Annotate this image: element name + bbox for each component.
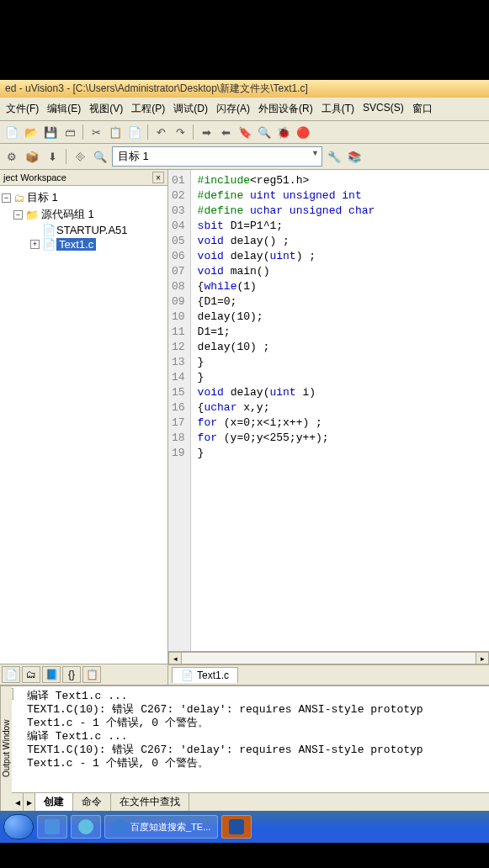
output-window: × Output Window 编译 Text1.c ... TEXT1.C(1… [0, 685, 489, 811]
output-tab-command[interactable]: 命令 [73, 793, 111, 811]
manage-icon[interactable]: 📚 [346, 148, 363, 165]
code-editor[interactable]: 01020304050607080910111213141516171819 #… [168, 170, 489, 651]
menu-window[interactable]: 窗口 [410, 100, 435, 118]
find-icon[interactable]: 🔍 [256, 124, 273, 140]
breakpoint-icon[interactable]: 🔴 [295, 124, 311, 140]
menu-view[interactable]: 视图(V) [87, 100, 125, 118]
stop-build-icon[interactable]: ⬇ [44, 148, 61, 165]
app-icon [45, 819, 60, 834]
toolbar-main: 📄 📂 💾 🗃 ✂ 📋 📄 ↶ ↷ ➡ ⬅ 🔖 🔍 🐞 🔴 [0, 121, 489, 144]
download-icon[interactable]: 🞜 [72, 148, 88, 165]
output-panel-label: Output Window [0, 686, 12, 811]
options-icon[interactable]: 🔧 [326, 148, 343, 165]
project-tree[interactable]: − 🗂 目标 1 − 📁 源代码组 1 📄 STARTUP.A51 + 📄 Te… [0, 186, 167, 664]
collapse-icon[interactable]: − [2, 193, 11, 203]
file-tab-icon: 📄 [181, 670, 194, 681]
workspace-title: ject Workspace [3, 172, 66, 183]
files-tab-icon[interactable]: 📄 [2, 666, 20, 683]
windows-taskbar: 百度知道搜索_TE... [0, 811, 489, 843]
output-tab-find[interactable]: 在文件中查找 [111, 793, 189, 811]
templ-tab-icon[interactable]: 📋 [82, 666, 101, 683]
debug-icon[interactable]: 🐞 [275, 124, 292, 140]
editor-file-tab[interactable]: 📄 Text1.c [172, 667, 238, 683]
workspace-tab-bar: 📄 🗂 📘 {} 📋 [0, 664, 167, 685]
redo-icon[interactable]: ↷ [172, 124, 189, 140]
photo-black-top [0, 0, 489, 80]
ie-icon [112, 819, 127, 834]
undo-icon[interactable]: ↶ [152, 124, 169, 140]
code-content[interactable]: #include<reg51.h>#define uint unsigned i… [191, 170, 489, 651]
taskbar-item-label: 百度知道搜索_TE... [130, 821, 210, 834]
start-button[interactable] [3, 814, 34, 839]
save-all-icon[interactable]: 🗃 [61, 124, 78, 140]
menu-edit[interactable]: 编辑(E) [45, 100, 83, 118]
toolbar-build: ⚙ 📦 ⬇ 🞜 🔍 目标 1 🔧 📚 [0, 144, 489, 170]
menu-tools[interactable]: 工具(T) [319, 100, 357, 118]
regs-tab-icon[interactable]: 🗂 [22, 666, 40, 683]
separator [193, 124, 194, 140]
separator [147, 124, 148, 140]
taskbar-item-ie[interactable]: 百度知道搜索_TE... [104, 815, 218, 839]
line-number-gutter: 01020304050607080910111213141516171819 [168, 170, 191, 651]
func-tab-icon[interactable]: {} [62, 666, 81, 683]
scroll-track[interactable] [182, 652, 476, 664]
editor-tab-bar: 📄 Text1.c [168, 664, 489, 685]
window-title: ed - uVision3 - [C:\Users\Administrator\… [0, 80, 489, 98]
menu-peripherals[interactable]: 外围设备(R) [256, 100, 316, 118]
c-file-icon: 📄 [42, 238, 54, 251]
uvision-icon [229, 819, 244, 834]
menu-flash[interactable]: 闪存(A) [214, 100, 252, 118]
scroll-left-icon[interactable]: ◂ [168, 652, 182, 664]
editor-horizontal-scrollbar[interactable]: ◂ ▸ [168, 651, 489, 664]
tree-group-label: 源代码组 1 [41, 207, 94, 222]
menu-project[interactable]: 工程(P) [129, 100, 167, 118]
books-tab-icon[interactable]: 📘 [42, 666, 61, 683]
tree-target-label: 目标 1 [27, 190, 58, 205]
tree-file-label: STARTUP.A51 [56, 224, 128, 236]
file-tab-label: Text1.c [197, 670, 229, 681]
taskbar-item[interactable] [37, 815, 67, 839]
separator [66, 149, 66, 164]
bookmark-icon[interactable]: 🔖 [237, 124, 253, 140]
cut-icon[interactable]: ✂ [88, 124, 104, 140]
build-icon[interactable]: ⚙ [3, 148, 20, 165]
target-icon: 🗂 [13, 192, 24, 204]
output-tab-scroll-left-icon[interactable]: ◂ [12, 793, 24, 811]
tree-file-label-selected: Text1.c [56, 238, 96, 251]
separator [82, 124, 83, 140]
indent-icon[interactable]: ➡ [198, 124, 215, 140]
project-workspace-panel: ject Workspace × − 🗂 目标 1 − 📁 源代码组 1 📄 S… [0, 170, 168, 685]
copy-icon[interactable]: 📋 [107, 124, 124, 140]
output-tab-build[interactable]: 创建 [35, 793, 73, 811]
expand-icon[interactable]: + [30, 240, 40, 249]
collapse-icon[interactable]: − [13, 210, 23, 220]
scroll-right-icon[interactable]: ▸ [476, 652, 489, 664]
folder-icon: 📁 [25, 209, 39, 221]
output-tab-bar: ◂ ▸ 创建 命令 在文件中查找 [12, 792, 489, 811]
tree-file-node[interactable]: 📄 STARTUP.A51 [2, 223, 166, 237]
menu-file[interactable]: 文件(F) [3, 100, 41, 118]
app-icon [78, 819, 93, 834]
output-tab-scroll-right-icon[interactable]: ▸ [24, 793, 35, 811]
taskbar-item[interactable] [71, 815, 101, 839]
photo-black-bottom [0, 843, 489, 868]
target-options-icon[interactable]: 🔍 [92, 148, 109, 165]
menu-debug[interactable]: 调试(D) [171, 100, 210, 118]
workspace-close-icon[interactable]: × [152, 172, 164, 183]
save-icon[interactable]: 💾 [42, 124, 59, 140]
new-file-icon[interactable]: 📄 [3, 124, 20, 140]
tree-target-node[interactable]: − 🗂 目标 1 [2, 189, 166, 206]
menu-svcs[interactable]: SVCS(S) [360, 100, 407, 118]
target-select[interactable]: 目标 1 [112, 146, 322, 167]
tree-file-node[interactable]: + 📄 Text1.c [2, 237, 166, 251]
tree-group-node[interactable]: − 📁 源代码组 1 [2, 206, 166, 223]
paste-icon[interactable]: 📄 [126, 124, 143, 140]
rebuild-icon[interactable]: 📦 [24, 148, 40, 165]
open-file-icon[interactable]: 📂 [23, 124, 40, 140]
outdent-icon[interactable]: ⬅ [217, 124, 234, 140]
menu-bar: 文件(F) 编辑(E) 视图(V) 工程(P) 调试(D) 闪存(A) 外围设备… [0, 98, 489, 121]
taskbar-item-uvision[interactable] [221, 815, 252, 839]
asm-file-icon: 📄 [42, 224, 54, 236]
output-text[interactable]: 编译 Text1.c ... TEXT1.C(10): 错误 C267: 'de… [12, 686, 489, 792]
